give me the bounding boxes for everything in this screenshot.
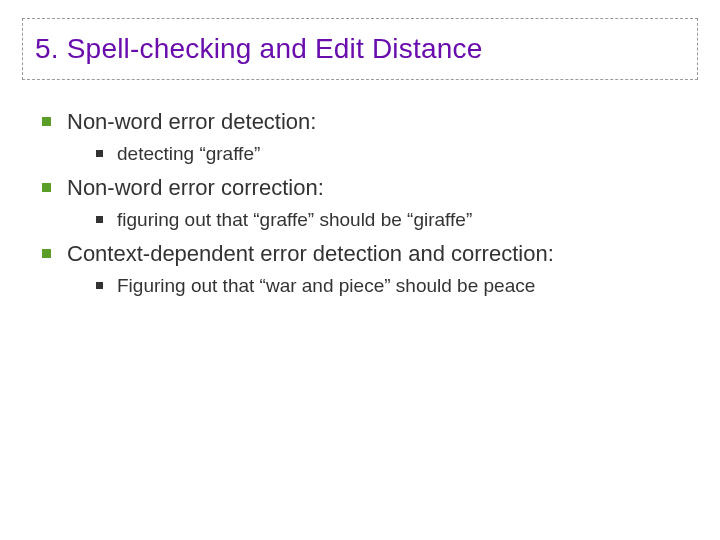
list-item-text: detecting “graffe” [117,141,260,167]
bullet-icon [42,117,51,126]
list-item-text: Figuring out that “war and piece” should… [117,273,535,299]
list-item-text: Context-dependent error detection and co… [67,240,554,269]
sublist: Figuring out that “war and piece” should… [42,273,698,299]
slide-title: 5. Spell-checking and Edit Distance [35,33,685,65]
list-item: Context-dependent error detection and co… [42,240,698,269]
list-item-text: Non-word error correction: [67,174,324,203]
title-box: 5. Spell-checking and Edit Distance [22,18,698,80]
bullet-icon [96,150,103,157]
list-item: Non-word error correction: [42,174,698,203]
bullet-icon [42,183,51,192]
list-item: figuring out that “graffe” should be “gi… [96,207,698,233]
sublist: detecting “graffe” [42,141,698,167]
bullet-icon [96,216,103,223]
bullet-icon [96,282,103,289]
list-item-text: Non-word error detection: [67,108,316,137]
list-item: Figuring out that “war and piece” should… [96,273,698,299]
bullet-icon [42,249,51,258]
list-item: Non-word error detection: [42,108,698,137]
list-item: detecting “graffe” [96,141,698,167]
bullet-list: Non-word error detection: detecting “gra… [22,108,698,299]
slide: 5. Spell-checking and Edit Distance Non-… [0,0,720,540]
list-item-text: figuring out that “graffe” should be “gi… [117,207,472,233]
sublist: figuring out that “graffe” should be “gi… [42,207,698,233]
